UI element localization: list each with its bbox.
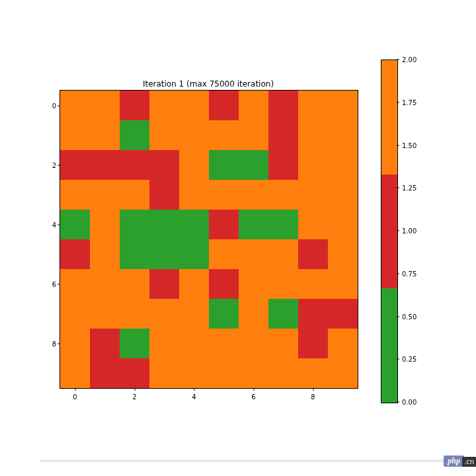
- heatmap-cell: [298, 239, 328, 269]
- heatmap-cell: [209, 180, 239, 210]
- heatmap-cell: [60, 299, 90, 329]
- heatmap-cell: [90, 299, 120, 329]
- heatmap-cell: [209, 120, 239, 150]
- heatmap-cell: [90, 239, 120, 269]
- heatmap-cell: [90, 358, 120, 388]
- y-tick-mark: [58, 284, 60, 284]
- colorbar-tick-label: 0.25: [402, 356, 416, 363]
- x-tick-label: 8: [311, 393, 315, 401]
- heatmap-cell: [90, 180, 120, 210]
- x-tick-mark: [75, 388, 75, 391]
- footer-badge-row: php .cn: [0, 455, 476, 467]
- x-tick-label: 4: [192, 393, 196, 401]
- heatmap-cell: [328, 120, 358, 150]
- colorbar-tick-mark: [397, 145, 399, 145]
- colorbar-tick-mark: [397, 102, 399, 102]
- heatmap-cell: [149, 150, 179, 180]
- heatmap-cell: [298, 180, 328, 210]
- heatmap-cell: [120, 269, 149, 299]
- x-tick-mark: [313, 388, 313, 391]
- heatmap-cell: [328, 180, 358, 210]
- y-tick-label: 0: [44, 102, 56, 109]
- y-tick-label: 2: [44, 161, 56, 169]
- y-tick-mark: [58, 165, 60, 165]
- heatmap-cell: [268, 150, 298, 180]
- heatmap-cell: [239, 299, 268, 329]
- heatmap-cell: [60, 358, 90, 388]
- heatmap-cell: [209, 269, 239, 299]
- heatmap-cell: [120, 120, 149, 150]
- heatmap-cell: [239, 150, 268, 180]
- colorbar-tick-mark: [397, 60, 399, 60]
- heatmap-cell: [209, 299, 239, 329]
- x-tick-mark: [253, 388, 254, 391]
- heatmap-cell: [179, 299, 209, 329]
- heatmap-cell: [209, 358, 239, 388]
- heatmap-cell: [60, 180, 90, 210]
- heatmap-cell: [90, 269, 120, 299]
- y-tick-label: 6: [44, 280, 56, 288]
- heatmap-cell: [179, 120, 209, 150]
- heatmap-cell: [328, 299, 358, 329]
- heatmap-cell: [268, 120, 298, 150]
- colorbar-seg-1: [381, 175, 397, 289]
- heatmap-cell: [328, 269, 358, 299]
- heatmap-cell: [179, 329, 209, 358]
- colorbar-tick-label: 1.75: [402, 99, 416, 106]
- colorbar-tick-mark: [397, 273, 399, 274]
- heatmap-cell: [90, 210, 120, 239]
- heatmap-cell: [179, 358, 209, 388]
- heatmap-cell: [328, 358, 358, 388]
- colorbar-seg-2: [381, 60, 397, 175]
- heatmap-cell: [149, 210, 179, 239]
- colorbar-tick-mark: [397, 188, 399, 188]
- heatmap-cell: [179, 210, 209, 239]
- colorbar-tick-mark: [397, 231, 399, 231]
- heatmap-cell: [60, 120, 90, 150]
- heatmap-cell: [268, 358, 298, 388]
- heatmap-cell: [120, 210, 149, 239]
- x-tick-label: 6: [251, 393, 255, 401]
- colorbar-tick-label: 0.50: [402, 313, 416, 320]
- heatmap-cell: [179, 91, 209, 120]
- colorbar-tick-label: 1.50: [402, 141, 416, 149]
- heatmap-cell: [239, 358, 268, 388]
- colorbar-tick-mark: [397, 359, 399, 360]
- colorbar-seg-0: [381, 288, 397, 403]
- footer-stripe: [40, 459, 450, 462]
- heatmap-cell: [328, 329, 358, 358]
- colorbar: [381, 60, 398, 403]
- y-tick-mark: [58, 105, 60, 106]
- heatmap-cell: [268, 299, 298, 329]
- heatmap-cell: [298, 358, 328, 388]
- heatmap-cell: [149, 299, 179, 329]
- x-tick-mark: [194, 388, 194, 391]
- colorbar-tick-label: 1.25: [402, 184, 416, 192]
- heatmap-cell: [179, 269, 209, 299]
- heatmap-cell: [298, 329, 328, 358]
- heatmap-cell: [149, 269, 179, 299]
- heatmap-cell: [268, 329, 298, 358]
- heatmap-cell: [149, 239, 179, 269]
- heatmap-cell: [90, 91, 120, 120]
- heatmap-cell: [209, 150, 239, 180]
- php-badge: php: [444, 456, 464, 467]
- heatmap-plot: 02468 02468: [60, 90, 358, 389]
- heatmap-cell: [328, 210, 358, 239]
- x-tick-mark: [134, 388, 135, 391]
- heatmap-cell: [298, 299, 328, 329]
- heatmap-cell: [149, 91, 179, 120]
- heatmap-cell: [120, 150, 149, 180]
- heatmap-cell: [268, 269, 298, 299]
- y-tick-label: 8: [44, 340, 56, 347]
- heatmap-cell: [268, 180, 298, 210]
- heatmap-cell: [149, 120, 179, 150]
- heatmap-cell: [90, 150, 120, 180]
- heatmap-cell: [239, 180, 268, 210]
- heatmap-cell: [120, 329, 149, 358]
- heatmap-cell: [149, 180, 179, 210]
- heatmap-cell: [268, 239, 298, 269]
- x-tick-label: 2: [132, 393, 136, 401]
- heatmap-cell: [239, 91, 268, 120]
- heatmap-cell: [90, 120, 120, 150]
